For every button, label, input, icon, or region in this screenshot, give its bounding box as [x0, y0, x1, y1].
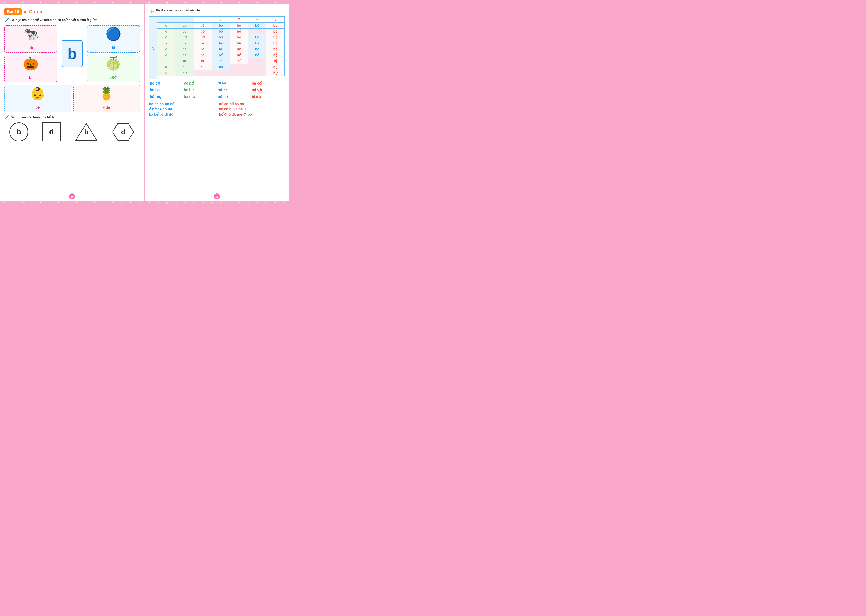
word-1-2: vó bổ — [183, 80, 217, 86]
image-label-buoi: bưởi — [109, 75, 117, 80]
big-b-letter: b — [68, 45, 77, 62]
sentence-1-right: bố có bể cá cò — [219, 102, 284, 106]
tone-dot: . — [266, 17, 284, 23]
sentence-3-right: bố đi ô tô, mẹ đi bộ — [219, 112, 284, 117]
syllable-table: ` / ? ~ . o bo bò — [157, 16, 284, 76]
cow-emoji: 🐄 — [23, 28, 39, 40]
vowel-o: o — [157, 23, 175, 28]
word-1-4: bá cổ — [251, 80, 284, 86]
banana-icon: 🍌 — [149, 8, 154, 14]
sentence-2-left: ở bờ đê có dế — [149, 107, 215, 112]
pencil-icon: 🖊️ — [4, 18, 9, 23]
instruction-2-text: Bé tô màu vào hình có chữ b: — [11, 115, 55, 119]
table-row: o bo bò bó bỏ bõ bọ — [157, 23, 284, 28]
words-row-3: bố mẹ ba má bế bé bí đỏ — [149, 94, 285, 100]
image-card-be: 👶 bé — [4, 85, 71, 112]
word-2-3: bể cá — [217, 87, 251, 93]
image-card-buoi: 🍈 bưởi — [87, 55, 140, 82]
word-2-1: bà ba — [149, 87, 183, 93]
words-row-1: bó cỏ vó bổ bi ve bá cổ — [149, 80, 285, 86]
word-2-4: bệ vệ — [251, 87, 284, 93]
stars-top-right: ★☆★☆★☆★☆★☆★☆★☆★☆ — [145, 1, 289, 5]
sentence-row-1: bò bê có bó cỏ bố có bể cá cò — [149, 102, 285, 106]
stars-top-left: ★☆★☆★☆★☆★☆★☆★☆★☆ — [0, 1, 144, 5]
image-card-bi: 🎃 bí — [4, 55, 57, 82]
sentence-row-2: ở bờ đê có dế bé có bi ve bé lí — [149, 107, 285, 112]
table-row: ơ bơ bờ bớ bở bỡ bợ — [157, 35, 284, 40]
word-1-3: bi ve — [217, 80, 251, 86]
tone-tilde: ~ — [248, 17, 266, 23]
shape-triangle: b — [75, 123, 98, 141]
guava-emoji: 🍈 — [105, 57, 121, 70]
right-page: ★☆★☆★☆★☆★☆★☆★☆★☆ 🍌 Bé đọc các từ, cụm từ… — [145, 0, 289, 205]
combo-bo: bo — [175, 23, 193, 28]
sentences-section: bò bê có bó cỏ bố có bể cá cò ở bờ đê có… — [149, 102, 285, 117]
page-number-left: 30 — [69, 193, 75, 200]
images-section: 🐄 bò 🎃 bí b — [4, 25, 140, 82]
shapes-row: b d b — [4, 123, 140, 141]
baby-emoji: 👶 — [30, 87, 46, 100]
word-1-1: bó cỏ — [149, 80, 183, 86]
balls-emoji: 🔵 — [105, 28, 121, 40]
tone-grave: ` — [193, 17, 212, 23]
square-letter: d — [49, 127, 54, 137]
stars-bottom-left: ★☆★☆★☆★☆★☆★☆★☆★☆ — [0, 201, 144, 205]
image-label-bi-text: bi — [112, 46, 115, 50]
pumpkin-emoji: 🎃 — [23, 57, 39, 70]
table-row: ô bô bồ bố bổ bộ — [157, 28, 284, 35]
tone-hook: ? — [230, 17, 248, 23]
b-outer-cell: b — [149, 16, 157, 79]
sentence-row-3: bà bế bé đi đò bố đi ô tô, mẹ đi bộ — [149, 112, 285, 117]
sentence-3-left: bà bế bé đi đò — [149, 112, 215, 117]
right-instruction-text: Bé đọc các từ, cụm từ và câu: — [156, 8, 201, 12]
table-row: ê bê bề bế bể bễ bệ — [157, 52, 284, 58]
sentence-2-right: bé có bi ve bé lí — [219, 107, 284, 112]
right-content: 🍌 Bé đọc các từ, cụm từ và câu: b — [149, 8, 285, 117]
sentence-1-left: bò bê có bó cỏ — [149, 102, 215, 106]
left-content: Bài 19 ▶ Chữ b 🖊️ Bé đọc tên hình vẽ và … — [4, 8, 140, 141]
word-3-2: ba má — [183, 94, 217, 100]
words-row-2: bà ba be bé bể cá bệ vệ — [149, 87, 285, 93]
word-3-1: bố mẹ — [149, 94, 183, 100]
table-row: e be bè bé bẻ bẽ bẹ — [157, 46, 284, 52]
syllable-table-wrapper: b ` / ? ~ . — [149, 16, 285, 79]
shape-square: d — [42, 123, 61, 141]
bottom-images: 👶 bé 🍍 dứa — [4, 85, 140, 112]
image-label-bi: bí — [29, 75, 32, 80]
table-row: ư bư bự — [157, 70, 284, 76]
instruction-1: 🖊️ Bé đọc tên hình vẽ và nối hình có chữ… — [4, 18, 140, 23]
tone-acute: / — [212, 17, 230, 23]
table-row: a ba bà bá bả bã bạ — [157, 40, 284, 46]
big-b-card: b — [61, 40, 83, 68]
words-section: bó cỏ vó bổ bi ve bá cổ bà ba be bé bể c… — [149, 80, 285, 100]
inner-table: ` / ? ~ . o bo bò — [157, 16, 284, 79]
lesson-arrow-icon: ▶ — [24, 9, 27, 14]
circle-letter: b — [16, 127, 21, 137]
hexagon-letter: đ — [121, 128, 126, 136]
image-card-dua: 🍍 dứa — [73, 85, 140, 112]
right-instruction: 🍌 Bé đọc các từ, cụm từ và câu: — [149, 8, 285, 14]
table-row: i bi bì bí bỉ bị — [157, 58, 284, 64]
image-card-bo: 🐄 bò — [4, 25, 57, 53]
word-3-3: bế bé — [217, 94, 251, 100]
pineapple-emoji: 🍍 — [99, 87, 115, 100]
page-number-right: 31 — [214, 193, 220, 200]
table-row: u bu bù bú bụ — [157, 64, 284, 70]
image-label-bo: bò — [28, 46, 33, 50]
word-3-4: bí đỏ — [251, 94, 284, 100]
shape-hexagon: đ — [112, 123, 135, 141]
word-2-2: be bé — [183, 87, 217, 93]
triangle-letter: b — [84, 128, 88, 136]
lesson-title: Bài 19 ▶ Chữ b — [4, 8, 140, 15]
lesson-subject: Chữ b — [29, 9, 42, 14]
lesson-badge: Bài 19 — [4, 8, 22, 15]
shape-circle: b — [9, 123, 28, 141]
image-label-dua: dứa — [103, 105, 110, 110]
image-label-be: bé — [35, 105, 40, 110]
image-card-bi-balls: 🔵 bi — [87, 25, 140, 53]
stars-bottom-right: ★☆★☆★☆★☆★☆★☆★☆★☆ — [145, 201, 289, 205]
paint-icon: 🖌️ — [4, 115, 9, 120]
instruction-2: 🖌️ Bé tô màu vào hình có chữ b: — [4, 115, 140, 120]
instruction-1-text: Bé đọc tên hình vẽ và nối hình có chữ b … — [11, 18, 97, 22]
left-page: ★☆★☆★☆★☆★☆★☆★☆★☆ Bài 19 ▶ Chữ b 🖊️ Bé đọ… — [0, 0, 145, 205]
